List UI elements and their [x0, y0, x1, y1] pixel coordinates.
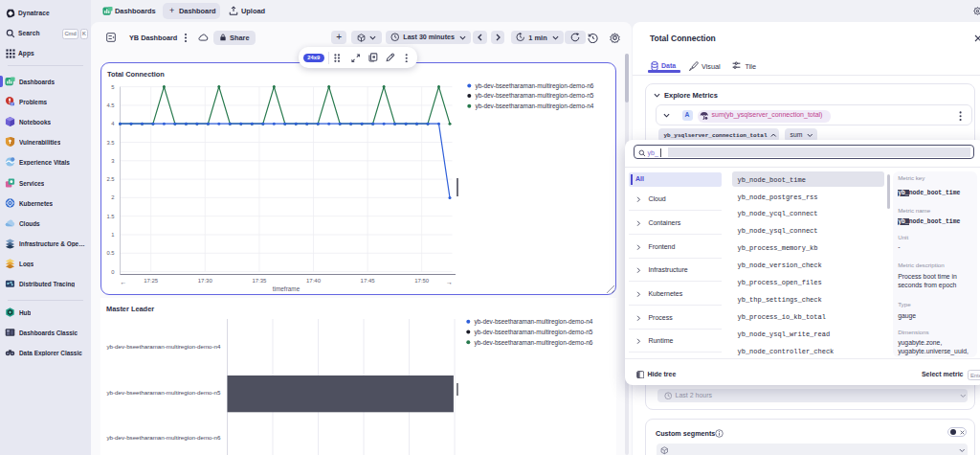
svg-text:0: 0 — [111, 269, 114, 275]
svg-text:4: 4 — [111, 121, 115, 126]
svg-text:17:45: 17:45 — [360, 278, 375, 284]
svg-text:yb-dev-bseetharaman-multiregio: yb-dev-bseetharaman-multiregion-demo-n4 — [474, 318, 592, 326]
svg-text:3: 3 — [111, 158, 114, 164]
svg-text:3.5: 3.5 — [106, 140, 114, 146]
svg-text:17:25: 17:25 — [144, 278, 159, 284]
svg-text:1.5: 1.5 — [106, 214, 114, 219]
svg-text:→: → — [446, 279, 453, 285]
svg-text:1: 1 — [111, 232, 114, 238]
svg-text:17:50: 17:50 — [414, 278, 430, 284]
svg-text:yb-dev-bseetharaman-multiregio: yb-dev-bseetharaman-multiregion-demo-n5 — [475, 92, 593, 100]
svg-text:2.5: 2.5 — [106, 176, 114, 182]
svg-text:17:40: 17:40 — [305, 278, 321, 284]
svg-text:yb-dev-bseetharaman-multiregio: yb-dev-bseetharaman-multiregion-demo-n5 — [106, 389, 221, 396]
svg-text:yb-dev-bseetharaman-multiregio: yb-dev-bseetharaman-multiregion-demo-n6 — [474, 339, 592, 347]
svg-text:17:30: 17:30 — [197, 278, 212, 284]
svg-text:0.5: 0.5 — [106, 250, 114, 256]
svg-text:yb-dev-bseetharaman-multiregio: yb-dev-bseetharaman-multiregion-demo-n5 — [474, 329, 592, 336]
svg-text:yb-dev-bseetharaman-multiregio: yb-dev-bseetharaman-multiregion-demo-n6 — [475, 82, 593, 90]
svg-text:yb-dev-bseetharaman-multiregio: yb-dev-bseetharaman-multiregion-demo-n4 — [475, 102, 593, 110]
svg-text:yb-dev-bseetharaman-multiregio: yb-dev-bseetharaman-multiregion-demo-n6 — [106, 434, 221, 441]
svg-text:17:35: 17:35 — [252, 278, 267, 284]
svg-text:timeframe: timeframe — [272, 285, 300, 292]
svg-text:4.5: 4.5 — [106, 102, 114, 108]
svg-text:←: ← — [120, 279, 126, 285]
svg-text:2: 2 — [111, 194, 114, 200]
svg-text:5: 5 — [111, 84, 114, 90]
svg-text:yb-dev-bseetharaman-multiregio: yb-dev-bseetharaman-multiregion-demo-n4 — [106, 343, 221, 350]
